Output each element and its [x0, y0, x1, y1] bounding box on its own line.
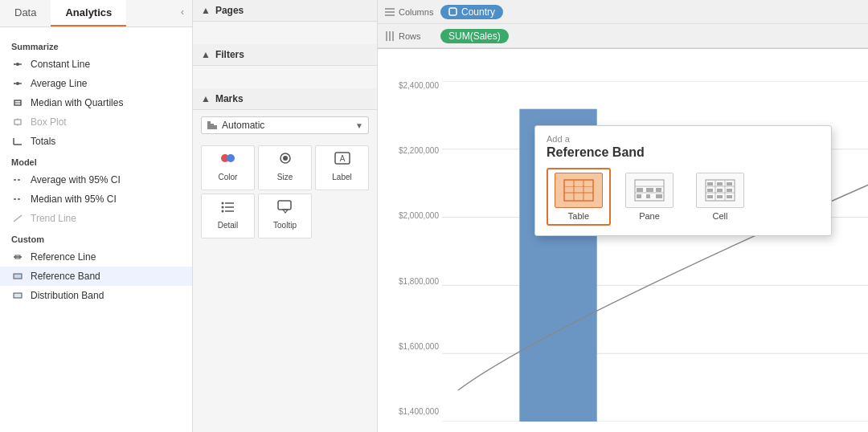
analytics-content: Summarize Constant Line Average Line Med… [0, 27, 192, 432]
marks-label-cell[interactable]: A Label [315, 145, 369, 190]
marks-type-dropdown[interactable]: Automatic ▼ [201, 116, 369, 134]
size-label: Size [277, 173, 293, 181]
svg-rect-60 [637, 188, 643, 192]
svg-point-27 [221, 202, 223, 205]
trend-line-icon [11, 212, 24, 225]
svg-rect-19 [211, 124, 214, 129]
analytics-item-average-line[interactable]: Average Line [0, 74, 192, 93]
color-icon [219, 151, 237, 169]
label-icon: A [334, 151, 351, 169]
svg-rect-72 [717, 182, 723, 185]
sum-sales-pill[interactable]: SUM(Sales) [440, 29, 509, 43]
marks-detail-cell[interactable]: Detail [201, 194, 255, 238]
marks-arrow: ▲ [201, 93, 211, 104]
constant-line-icon [11, 58, 24, 71]
pages-arrow: ▲ [201, 5, 211, 16]
pages-label: Pages [215, 5, 244, 16]
label-label: Label [332, 173, 351, 181]
tooltip-option-table[interactable]: Table [547, 168, 611, 226]
analytics-item-median-quartiles[interactable]: Median with Quartiles [0, 93, 192, 112]
analytics-item-trend-line: Trend Line [0, 209, 192, 228]
filters-section-header[interactable]: ▲ Filters [193, 44, 377, 66]
analytics-item-distribution-band[interactable]: Distribution Band [0, 286, 192, 305]
svg-rect-65 [656, 194, 662, 198]
analytics-item-totals[interactable]: Totals [0, 132, 192, 151]
svg-line-13 [14, 215, 22, 222]
tooltip-add-a: Add a [547, 134, 820, 144]
marks-color-cell[interactable]: Color [201, 145, 255, 190]
reference-band-tooltip: Add a Reference Band [534, 125, 832, 236]
tooltip-option-pane[interactable]: Pane [617, 168, 682, 226]
marks-section-header[interactable]: ▲ Marks [193, 88, 377, 110]
median-95ci-icon [11, 193, 24, 206]
analytics-item-median-95ci[interactable]: Median with 95% CI [0, 190, 192, 209]
marks-dropdown-arrow: ▼ [355, 121, 363, 130]
pages-content [193, 22, 377, 44]
svg-rect-56 [584, 181, 592, 186]
columns-shelf-row: Columns Country [378, 0, 868, 24]
tooltip-option-pane-label: Pane [639, 211, 660, 221]
rows-label: Rows [384, 31, 440, 42]
pages-section-header[interactable]: ▲ Pages [193, 0, 377, 22]
svg-rect-74 [707, 189, 713, 192]
detail-icon [219, 199, 237, 218]
tooltip-title: Reference Band [547, 145, 820, 160]
y-label-3: $1,800,000 [381, 277, 439, 286]
y-label-1: $2,200,000 [381, 146, 439, 155]
svg-point-1 [16, 63, 19, 66]
filters-content [193, 66, 377, 88]
median-quartiles-icon [11, 96, 24, 109]
y-label-2: $2,000,000 [381, 211, 439, 220]
tooltip-option-table-label: Table [568, 211, 589, 221]
svg-rect-62 [646, 188, 653, 192]
y-label-5: $1,400,000 [381, 407, 439, 416]
average-line-icon [11, 77, 24, 90]
filters-label: Filters [215, 49, 244, 60]
collapse-arrow[interactable]: ‹ [173, 0, 192, 26]
svg-rect-55 [575, 181, 583, 186]
marks-dropdown-label: Automatic [222, 120, 355, 131]
country-pill[interactable]: Country [440, 5, 503, 19]
shelf-area: Columns Country Rows SUM(Sales) [378, 0, 868, 49]
full-area: ▲ Pages ▲ Filters ▲ Marks Automatic ▼ [193, 0, 868, 432]
marks-size-cell[interactable]: Size [258, 145, 312, 190]
svg-rect-33 [278, 201, 291, 210]
svg-text:A: A [339, 154, 345, 163]
marks-tooltip-cell[interactable]: Tooltip [258, 194, 312, 238]
tooltip-label: Tooltip [273, 221, 297, 230]
analytics-item-constant-line[interactable]: Constant Line [0, 55, 192, 74]
analytics-item-box-plot: Box Plot [0, 112, 192, 132]
marks-label: Marks [215, 93, 244, 104]
svg-rect-61 [637, 194, 641, 198]
tab-row: Data Analytics ‹ [0, 0, 192, 27]
tab-data[interactable]: Data [0, 0, 51, 26]
tab-analytics[interactable]: Analytics [51, 0, 126, 26]
svg-point-24 [283, 156, 288, 161]
tooltip-icon [276, 199, 294, 218]
svg-rect-77 [707, 195, 713, 198]
distribution-band-icon [11, 289, 24, 302]
y-label-4: $1,600,000 [381, 342, 439, 351]
svg-rect-71 [707, 182, 713, 185]
reference-band-icon [11, 270, 24, 283]
avg-95ci-icon [11, 173, 24, 186]
filters-arrow: ▲ [201, 49, 211, 60]
svg-rect-73 [727, 182, 732, 185]
svg-rect-38 [449, 8, 457, 15]
analytics-item-avg-95ci[interactable]: Average with 95% CI [0, 170, 192, 190]
svg-point-29 [221, 206, 223, 209]
y-label-0: $2,400,000 [381, 81, 439, 90]
tooltip-options: Table [547, 168, 820, 226]
chart-area: $2,400,000 $2,200,000 $2,000,000 $1,800,… [378, 49, 868, 432]
svg-rect-79 [727, 195, 732, 198]
middle-panel: ▲ Pages ▲ Filters ▲ Marks Automatic ▼ [193, 0, 378, 432]
pane-option-img [625, 173, 674, 208]
svg-point-3 [16, 82, 19, 85]
tooltip-option-cell[interactable]: Cell [688, 168, 752, 226]
svg-rect-20 [214, 125, 217, 129]
columns-label: Columns [384, 6, 440, 18]
analytics-item-reference-band[interactable]: Reference Band [0, 267, 192, 286]
svg-rect-17 [14, 293, 22, 298]
analytics-item-reference-line[interactable]: Reference Line [0, 247, 192, 267]
tooltip-option-cell-label: Cell [713, 211, 728, 221]
